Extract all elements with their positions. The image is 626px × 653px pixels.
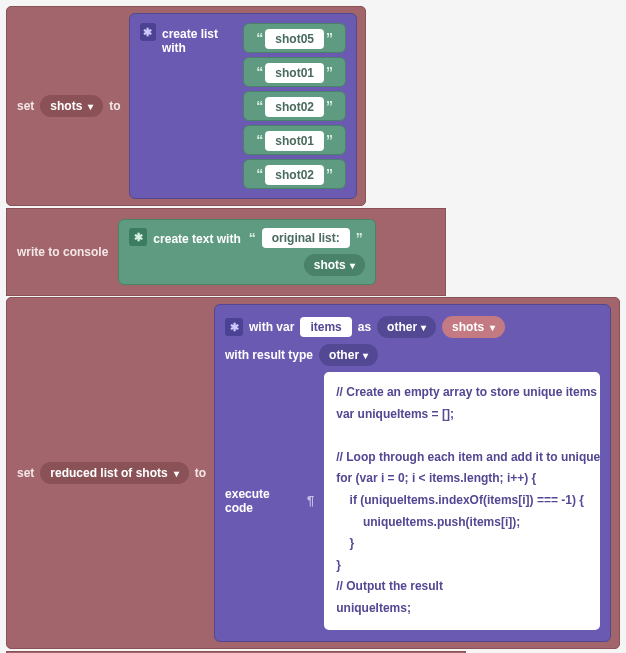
execute-code-block[interactable]: with var items as other shots with resul… bbox=[214, 304, 611, 642]
gear-icon[interactable] bbox=[225, 318, 243, 336]
gear-icon[interactable] bbox=[140, 23, 156, 41]
string-item[interactable]: “shot01” bbox=[243, 57, 346, 87]
string-value[interactable]: shot05 bbox=[265, 29, 324, 49]
set-shots-block[interactable]: set shots to create list with “shot05” “… bbox=[6, 6, 366, 206]
type-dropdown[interactable]: other bbox=[377, 316, 436, 338]
string-item[interactable]: “shot02” bbox=[243, 159, 346, 189]
string-item[interactable]: “shot02” bbox=[243, 91, 346, 121]
string-literal[interactable]: “original list:” bbox=[247, 228, 365, 248]
string-item[interactable]: “shot01” bbox=[243, 125, 346, 155]
set-reduced-block[interactable]: set reduced list of shots to with var it… bbox=[6, 297, 620, 649]
var-dropdown-shots[interactable]: shots bbox=[40, 95, 103, 117]
string-value[interactable]: shot01 bbox=[265, 63, 324, 83]
gear-icon[interactable] bbox=[129, 228, 147, 246]
var-dropdown-reduced[interactable]: reduced list of shots bbox=[40, 462, 188, 484]
var-ref-label: shots bbox=[314, 258, 346, 272]
set-keyword: set bbox=[17, 99, 34, 113]
with-var-label: with var bbox=[249, 320, 294, 334]
create-text-label: create text with bbox=[153, 228, 240, 246]
var-ref-shots[interactable]: shots bbox=[304, 254, 365, 276]
string-item[interactable]: “shot05” bbox=[243, 23, 346, 53]
var-name: reduced list of shots bbox=[50, 466, 167, 480]
string-value[interactable]: original list: bbox=[262, 228, 350, 248]
create-list-label: create list with bbox=[162, 23, 237, 55]
pilcrow-icon[interactable]: ¶ bbox=[307, 493, 314, 508]
to-keyword: to bbox=[195, 466, 206, 480]
to-keyword: to bbox=[109, 99, 120, 113]
string-value[interactable]: shot02 bbox=[265, 97, 324, 117]
var-ref-shots-pink[interactable]: shots bbox=[442, 316, 505, 338]
blockly-workspace: set shots to create list with “shot05” “… bbox=[6, 6, 620, 653]
as-label: as bbox=[358, 320, 371, 334]
write-console-label: write to console bbox=[17, 245, 108, 259]
create-text-block[interactable]: create text with “original list:” shots bbox=[118, 219, 375, 285]
var-name-input[interactable]: items bbox=[300, 317, 351, 337]
string-value[interactable]: shot02 bbox=[265, 165, 324, 185]
set-keyword: set bbox=[17, 466, 34, 480]
create-list-block[interactable]: create list with “shot05” “shot01” “shot… bbox=[129, 13, 357, 199]
execute-code-label: execute code bbox=[225, 487, 297, 515]
code-editor[interactable]: // Create an empty array to store unique… bbox=[324, 372, 600, 630]
with-result-label: with result type bbox=[225, 348, 313, 362]
var-name: shots bbox=[50, 99, 82, 113]
write-console-block-1[interactable]: write to console create text with “origi… bbox=[6, 208, 446, 296]
string-value[interactable]: shot01 bbox=[265, 131, 324, 151]
result-type-dropdown[interactable]: other bbox=[319, 344, 378, 366]
